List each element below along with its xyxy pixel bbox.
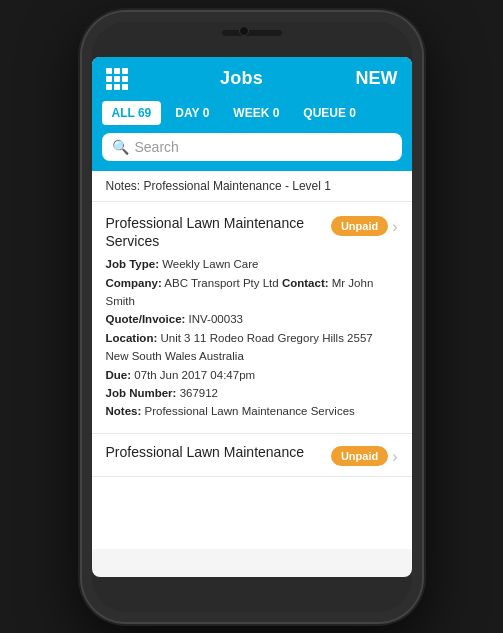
grid-menu-icon[interactable]	[106, 68, 128, 90]
job-title: Professional Lawn Maintenance Services	[106, 214, 331, 252]
job-card-header: Professional Lawn Maintenance Services U…	[106, 214, 398, 252]
camera	[239, 26, 249, 36]
notes-banner: Notes: Professional Maintenance - Level …	[92, 171, 412, 202]
tab-week[interactable]: WEEK 0	[223, 101, 289, 125]
app-header: Jobs NEW	[92, 57, 412, 101]
job-badge-area: Unpaid ›	[331, 216, 398, 236]
phone-frame: Jobs NEW ALL 69 DAY 0 WEEK 0 QUEUE 0 🔍 S…	[82, 12, 422, 622]
tab-all[interactable]: ALL 69	[102, 101, 162, 125]
tab-queue[interactable]: QUEUE 0	[293, 101, 366, 125]
new-button[interactable]: NEW	[356, 68, 398, 89]
job-title-2: Professional Lawn Maintenance	[106, 444, 331, 460]
chevron-right-icon: ›	[392, 218, 397, 236]
screen: Jobs NEW ALL 69 DAY 0 WEEK 0 QUEUE 0 🔍 S…	[92, 57, 412, 577]
tab-bar: ALL 69 DAY 0 WEEK 0 QUEUE 0	[92, 101, 412, 133]
job-detail: Job Type: Weekly Lawn Care Company: ABC …	[106, 255, 398, 421]
speaker	[222, 30, 282, 36]
search-bar: 🔍 Search	[92, 133, 412, 171]
search-input-wrapper[interactable]: 🔍 Search	[102, 133, 402, 161]
search-icon: 🔍	[112, 139, 129, 155]
search-input[interactable]: Search	[135, 139, 392, 155]
job-card[interactable]: Professional Lawn Maintenance Services U…	[92, 202, 412, 434]
unpaid-badge: Unpaid	[331, 216, 388, 236]
chevron-right-icon-2: ›	[392, 448, 397, 466]
tab-day[interactable]: DAY 0	[165, 101, 219, 125]
job-card-2[interactable]: Professional Lawn Maintenance Unpaid ›	[92, 434, 412, 477]
unpaid-badge-2: Unpaid	[331, 446, 388, 466]
jobs-list: Notes: Professional Maintenance - Level …	[92, 171, 412, 549]
page-title: Jobs	[220, 68, 263, 89]
job-badge-area-2: Unpaid ›	[331, 446, 398, 466]
